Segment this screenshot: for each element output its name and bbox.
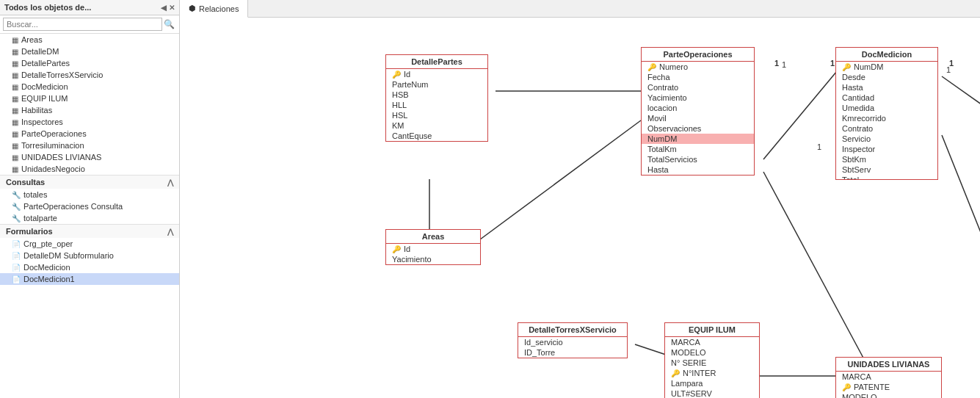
field-inspector: Inspector (836, 144, 937, 154)
sidebar-item-detalle-partes[interactable]: ▦ DetallePartes (0, 57, 179, 69)
entity-areas: Areas 🔑 Id Yacimiento (385, 229, 481, 265)
entity-header-unidades-livianas: UNIDADES LIVIANAS (836, 358, 941, 372)
diagram-canvas[interactable]: 1 1 1 ∞ 1 DetallePartes 🔑 Id ParteNum HS… (180, 18, 980, 398)
entity-doc-medicion: DocMedicion 🔑 NumDM Desde Hasta Cantidad… (835, 47, 938, 180)
field-contrato-dm: Contrato (836, 123, 937, 134)
query-icon: 🔧 (12, 191, 21, 199)
table-icon: ▦ (12, 36, 18, 44)
table-icon: ▦ (12, 83, 18, 91)
field-yacimiento: Yacimiento (386, 254, 480, 264)
sidebar-item-areas[interactable]: ▦ Areas (0, 34, 179, 46)
svg-text:1: 1 (782, 60, 786, 69)
field-ninter: 🔑 N°INTER (665, 368, 759, 378)
section-formularios[interactable]: Formularios ⋀ (0, 224, 179, 238)
field-yacimiento-po: Yacimiento (642, 93, 754, 103)
collapse-arrow-forms: ⋀ (167, 228, 173, 236)
key-icon: 🔑 (647, 63, 656, 71)
field-patente: 🔑 PATENTE (836, 382, 941, 392)
sidebar-item-detalle-dm-sub[interactable]: 📄 DetalleDM Subformulario (0, 250, 179, 261)
sidebar-item-parte-operaciones[interactable]: ▦ ParteOperaciones (0, 128, 179, 140)
table-icon: ▦ (12, 106, 18, 115)
field-modelo-ei: MODELO (665, 347, 759, 358)
sidebar-item-detalle-dm[interactable]: ▦ DetalleDM (0, 46, 179, 57)
tab-bar: ⬢ Relaciones (180, 0, 980, 18)
key-icon: 🔑 (671, 369, 680, 377)
sidebar-item-doc-medicion1[interactable]: 📄 DocMedicion1 (0, 273, 179, 285)
sidebar-item-doc-medicion[interactable]: ▦ DocMedicion (0, 81, 179, 93)
entity-header-parte-operaciones: ParteOperaciones (642, 48, 754, 62)
diagram-icon: ⬢ (189, 4, 196, 13)
sidebar-item-totales[interactable]: 🔧 totales (0, 189, 179, 200)
svg-line-4 (763, 71, 837, 159)
entity-detalle-torres: DetalleTorresXServicio Id_servicio ID_To… (518, 322, 628, 358)
key-icon: 🔑 (842, 63, 851, 71)
cardinality-label-1a: 1 (774, 59, 779, 68)
entity-header-areas: Areas (386, 230, 480, 244)
table-icon: ▦ (12, 95, 18, 103)
svg-line-9 (942, 135, 980, 304)
table-icon: ▦ (12, 48, 18, 56)
field-locacion: locacion (642, 103, 754, 113)
table-icon: ▦ (12, 142, 18, 150)
sidebar-title: Todos los objetos de... ◀ ✕ (0, 0, 179, 15)
collapse-arrow: ⋀ (167, 178, 173, 187)
field-numdm-po: NumDM (642, 134, 754, 144)
cardinality-label-habilitas: 1 (949, 59, 954, 68)
field-id-torre: ID_Torre (518, 347, 627, 358)
entity-parte-operaciones: ParteOperaciones 🔑 Numero Fecha Contrato… (641, 47, 755, 176)
sidebar-item-parte-consulta[interactable]: 🔧 ParteOperaciones Consulta (0, 200, 179, 212)
svg-text:1: 1 (817, 142, 821, 151)
sidebar-item-totalparte[interactable]: 🔧 totalparte (0, 212, 179, 224)
sidebar-item-unidades-negocio[interactable]: ▦ UnidadesNegocio (0, 163, 179, 175)
sidebar-item-unidades-livianas[interactable]: ▦ UNIDADES LIVIANAS (0, 151, 179, 163)
entity-header-doc-medicion: DocMedicion (836, 48, 937, 62)
sidebar-item-torresiluminacion[interactable]: ▦ Torresiluminacion (0, 140, 179, 151)
svg-line-12 (635, 344, 668, 355)
sidebar-item-crg-pte-oper[interactable]: 📄 Crg_pte_oper (0, 238, 179, 250)
field-observaciones: Observaciones (642, 123, 754, 134)
field-contrato: Contrato (642, 82, 754, 93)
key-icon: 🔑 (392, 245, 401, 253)
table-icon: ▦ (12, 71, 18, 79)
field-numero: 🔑 Numero (642, 62, 754, 72)
sidebar-item-doc-medicion-form[interactable]: 📄 DocMedicion (0, 261, 179, 273)
sidebar: Todos los objetos de... ◀ ✕ 🔍 ▦ Areas ▦ … (0, 0, 180, 398)
field-totalkm: TotalKm (642, 144, 754, 154)
field-areas-id: 🔑 Id (386, 244, 480, 254)
field-numdm-dm: 🔑 NumDM (836, 62, 937, 72)
search-button[interactable]: 🔍 (162, 18, 176, 31)
equip-ilum-fields: MARCA MODELO N° SERIE 🔑 N°INTER Lampara … (665, 337, 759, 398)
sidebar-item-inspectores[interactable]: ▦ Inspectores (0, 116, 179, 128)
field-cantequse: CantEquse (386, 131, 487, 141)
entity-header-detalle-partes: DetallePartes (386, 55, 487, 69)
sidebar-item-habilitas[interactable]: ▦ Habilitas (0, 104, 179, 116)
sidebar-item-equip-ilum[interactable]: ▦ EQUIP ILUM (0, 93, 179, 104)
field-id: 🔑 Id (386, 69, 487, 79)
search-bar: 🔍 (0, 15, 179, 34)
sidebar-title-text: Todos los objetos de... (4, 3, 91, 12)
field-sbtkm: SbtKm (836, 154, 937, 164)
field-hasta-dm: Hasta (836, 82, 937, 93)
field-km: KM (386, 120, 487, 131)
svg-line-14 (763, 172, 870, 370)
field-id-servicio: Id_servicio (518, 337, 627, 347)
field-hsb: HSB (386, 90, 487, 100)
search-input[interactable] (3, 18, 162, 31)
field-marca-ul: MARCA (836, 372, 941, 382)
field-hsl: HSL (386, 110, 487, 120)
entity-detalle-partes: DetallePartes 🔑 Id ParteNum HSB HLL HSL … (385, 54, 488, 142)
field-ultserv: ULT#SERV (665, 388, 759, 398)
field-hasta-po: Hasta (642, 164, 754, 175)
unidades-livianas-fields: MARCA 🔑 PATENTE MODELO ASIGNADA (836, 372, 941, 398)
form-icon: 📄 (12, 275, 21, 283)
field-movil: Movil (642, 113, 754, 123)
sidebar-item-detalle-torres[interactable]: ▦ DetalleTorresXServicio (0, 69, 179, 81)
field-hll: HLL (386, 100, 487, 110)
field-desde: Desde (836, 72, 937, 82)
entity-header-equip-ilum: EQUIP ILUM (665, 323, 759, 337)
field-totalservicios: TotalServicios (642, 154, 754, 164)
section-consultas[interactable]: Consultas ⋀ (0, 175, 179, 189)
table-icon: ▦ (12, 118, 18, 126)
tab-relaciones[interactable]: ⬢ Relaciones (180, 0, 248, 18)
svg-line-3 (477, 120, 641, 242)
